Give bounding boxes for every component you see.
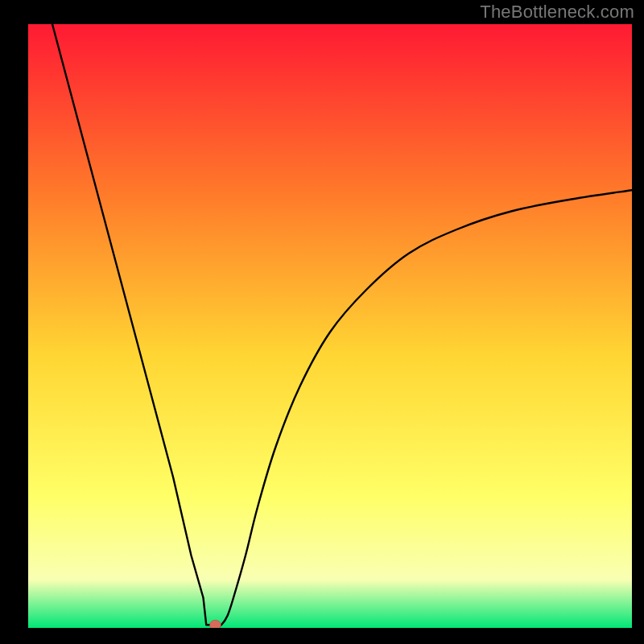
chart-frame: TheBottleneck.com [0,0,644,644]
plot-area [28,24,632,628]
watermark-text: TheBottleneck.com [480,2,634,23]
minimum-marker [210,620,221,628]
gradient-background [28,24,632,628]
bottleneck-chart [28,24,632,628]
